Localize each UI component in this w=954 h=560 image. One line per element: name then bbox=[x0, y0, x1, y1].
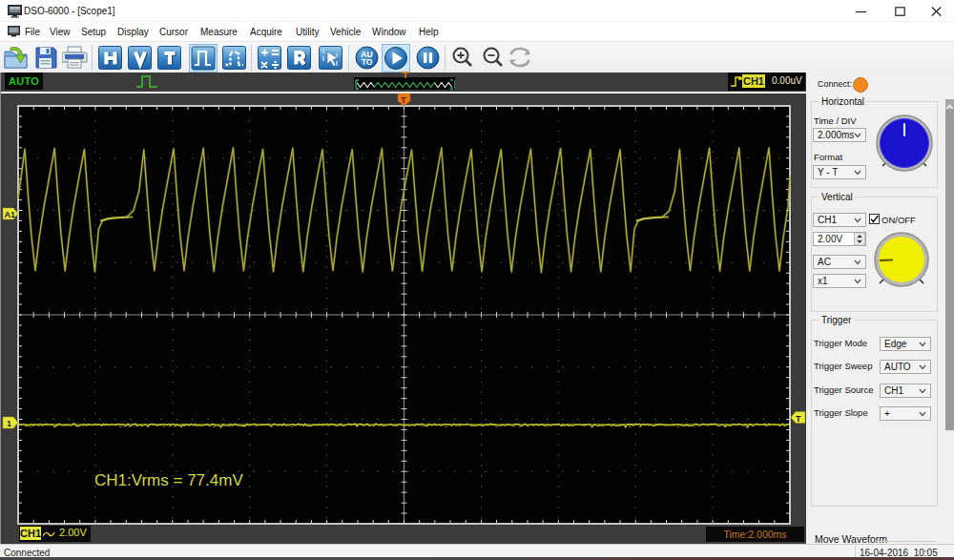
svg-text:A1: A1 bbox=[5, 210, 16, 219]
svg-text:1: 1 bbox=[7, 419, 11, 428]
svg-text:T: T bbox=[796, 414, 801, 424]
svg-text:TO: TO bbox=[362, 57, 373, 67]
svg-text:T: T bbox=[401, 95, 406, 105]
svg-text:CH1:Vrms = 77.4mV: CH1:Vrms = 77.4mV bbox=[94, 471, 243, 489]
